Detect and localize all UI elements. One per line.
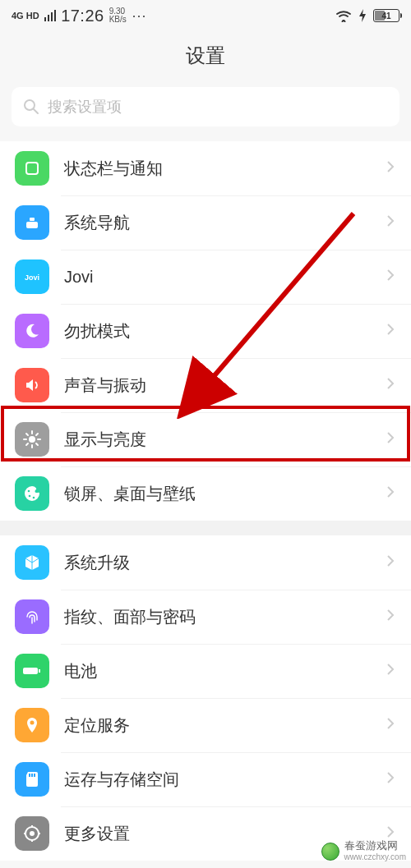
- row-label: 指纹、面部与密码: [64, 606, 386, 628]
- row-label: 运存与存储空间: [64, 769, 386, 791]
- status-bar: 4G HD 17:26 9.30 KB/s ⋯ 41: [0, 0, 411, 31]
- page-title: 设置: [0, 31, 411, 87]
- svg-point-15: [28, 490, 30, 493]
- row-display[interactable]: 显示与亮度: [0, 412, 411, 466]
- row-label: 定位服务: [64, 714, 386, 737]
- svg-rect-23: [34, 774, 35, 777]
- pin-icon: [15, 708, 49, 742]
- svg-rect-2: [26, 163, 38, 174]
- watermark-name: 春蚕游戏网: [344, 840, 406, 852]
- square-icon: [15, 151, 49, 186]
- row-label: 锁屏、桌面与壁纸: [64, 483, 386, 505]
- row-location[interactable]: 定位服务: [0, 698, 411, 752]
- more-status-icon: ⋯: [132, 7, 148, 25]
- svg-rect-18: [23, 668, 38, 674]
- nav-icon: [15, 205, 49, 240]
- speaker-icon: [15, 368, 49, 402]
- chevron-right-icon: [386, 214, 395, 231]
- search-placeholder: 搜索设置项: [48, 97, 122, 117]
- row-biometric[interactable]: 指纹、面部与密码: [0, 590, 411, 644]
- battery-icon: [15, 654, 49, 688]
- speed-unit: KB/s: [109, 16, 127, 24]
- row-label: 声音与振动: [64, 374, 386, 397]
- chevron-right-icon: [386, 431, 395, 448]
- section-divider: [0, 521, 411, 535]
- row-label: Jovi: [64, 268, 386, 287]
- svg-point-6: [29, 436, 35, 443]
- svg-rect-4: [30, 218, 35, 221]
- svg-point-17: [33, 497, 35, 499]
- row-label: 状态栏与通知: [64, 158, 386, 180]
- row-status-notif[interactable]: 状态栏与通知: [0, 141, 411, 195]
- chevron-right-icon: [386, 554, 395, 571]
- svg-line-1: [34, 109, 38, 113]
- svg-point-16: [29, 495, 31, 498]
- chevron-right-icon: [386, 717, 395, 733]
- row-battery[interactable]: 电池: [0, 644, 411, 698]
- battery-level: 41: [381, 11, 390, 21]
- network-type: 4G HD: [12, 11, 39, 21]
- chevron-right-icon: [386, 269, 395, 285]
- fingerprint-icon: [15, 599, 49, 634]
- charging-icon: [358, 9, 367, 22]
- svg-rect-19: [39, 669, 40, 673]
- search-container: 搜索设置项: [0, 87, 411, 141]
- row-storage[interactable]: 运存与存储空间: [0, 752, 411, 806]
- row-sound[interactable]: 声音与振动: [0, 358, 411, 412]
- signal-bars-icon: [44, 10, 57, 21]
- chevron-right-icon: [386, 323, 395, 339]
- settings-group-1: 状态栏与通知 系统导航 Jovi Jovi 勿扰模式 声音与振动 显示与亮度: [0, 141, 411, 521]
- row-update[interactable]: 系统升级: [0, 535, 411, 590]
- cube-icon: [15, 545, 49, 580]
- svg-point-25: [30, 831, 35, 836]
- svg-line-11: [26, 434, 28, 435]
- row-label: 系统升级: [64, 552, 386, 574]
- palette-icon: [15, 476, 49, 511]
- svg-rect-22: [31, 774, 33, 777]
- row-jovi[interactable]: Jovi Jovi: [0, 250, 411, 304]
- settings-group-2: 系统升级 指纹、面部与密码 电池 定位服务 运存与存储空间 更多设置: [0, 535, 411, 861]
- jovi-icon: Jovi: [15, 259, 49, 294]
- search-input[interactable]: 搜索设置项: [12, 87, 399, 126]
- row-nav[interactable]: 系统导航: [0, 195, 411, 250]
- chevron-right-icon: [386, 377, 395, 393]
- moon-icon: [15, 314, 49, 348]
- chevron-right-icon: [386, 160, 395, 177]
- brightness-icon: [15, 422, 49, 457]
- svg-line-13: [26, 443, 28, 445]
- battery-icon: 41: [373, 9, 399, 22]
- chevron-right-icon: [386, 485, 395, 502]
- status-right: 41: [335, 9, 399, 22]
- watermark: 春蚕游戏网 www.czchxy.com: [321, 840, 406, 863]
- wifi-icon: [335, 9, 352, 22]
- svg-line-14: [36, 434, 38, 435]
- row-label: 显示与亮度: [64, 429, 386, 451]
- row-lock[interactable]: 锁屏、桌面与壁纸: [0, 466, 411, 521]
- svg-point-20: [30, 721, 35, 725]
- row-label: 电池: [64, 660, 386, 682]
- svg-rect-21: [29, 774, 30, 777]
- status-left: 4G HD 17:26 9.30 KB/s ⋯: [12, 7, 148, 25]
- row-label: 勿扰模式: [64, 320, 386, 342]
- chevron-right-icon: [386, 771, 395, 788]
- svg-rect-3: [26, 222, 38, 228]
- search-icon: [23, 99, 39, 115]
- row-dnd[interactable]: 勿扰模式: [0, 304, 411, 358]
- chevron-right-icon: [386, 609, 395, 625]
- svg-text:Jovi: Jovi: [25, 273, 39, 282]
- clock: 17:26: [61, 7, 104, 25]
- chevron-right-icon: [386, 663, 395, 679]
- watermark-url: www.czchxy.com: [344, 852, 406, 863]
- sd-icon: [15, 762, 49, 797]
- row-label: 系统导航: [64, 212, 386, 234]
- svg-point-0: [25, 100, 35, 110]
- svg-line-12: [36, 443, 38, 445]
- gear-icon: [15, 816, 49, 851]
- watermark-logo-icon: [321, 843, 339, 861]
- net-speed: 9.30 KB/s: [109, 7, 127, 24]
